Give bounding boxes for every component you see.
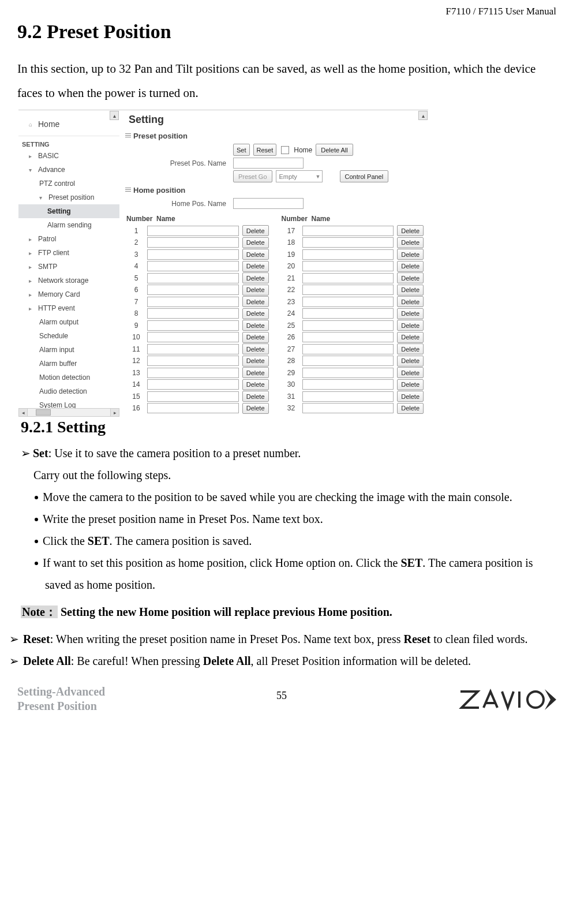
sidebar-item-alarm-buffer[interactable]: Alarm buffer <box>18 357 119 371</box>
preset-name-input[interactable] <box>147 320 239 331</box>
preset-name-input[interactable] <box>302 344 394 354</box>
sidebar-item-preset-position[interactable]: ▾Preset position <box>18 190 119 204</box>
delete-button[interactable]: Delete <box>397 308 424 319</box>
delete-button[interactable]: Delete <box>397 403 424 414</box>
delete-button[interactable]: Delete <box>397 343 424 354</box>
delete-button[interactable]: Delete <box>242 391 269 402</box>
preset-name-input[interactable] <box>147 368 239 378</box>
delete-button[interactable]: Delete <box>397 296 424 307</box>
delete-button[interactable]: Delete <box>242 308 269 319</box>
delete-button[interactable]: Delete <box>242 367 269 378</box>
preset-name-input[interactable] <box>302 308 394 319</box>
preset-name-input[interactable] <box>147 403 239 413</box>
delete-all-button[interactable]: Delete All <box>316 144 353 156</box>
preset-name-input[interactable] <box>147 391 239 402</box>
sidebar-item-alarm-output[interactable]: Alarm output <box>18 315 119 329</box>
delete-button[interactable]: Delete <box>397 391 424 402</box>
preset-name-input[interactable] <box>147 356 239 366</box>
sidebar-item-smtp[interactable]: ▸SMTP <box>18 260 119 274</box>
zavio-logo <box>458 686 556 713</box>
delete-button[interactable]: Delete <box>242 356 269 367</box>
delete-button[interactable]: Delete <box>242 379 269 390</box>
reset-button[interactable]: Reset <box>253 144 277 156</box>
preset-name-input[interactable] <box>302 273 394 283</box>
delete-button[interactable]: Delete <box>397 332 424 343</box>
preset-number: 18 <box>280 238 302 246</box>
delete-button[interactable]: Delete <box>397 320 424 331</box>
delete-button[interactable]: Delete <box>397 225 424 236</box>
delete-button[interactable]: Delete <box>397 285 424 296</box>
preset-name-input[interactable] <box>302 368 394 378</box>
preset-name-input[interactable] <box>233 158 304 169</box>
scrollbar-up-button[interactable]: ▴ <box>110 111 119 120</box>
delete-button[interactable]: Delete <box>242 285 269 296</box>
content-scrollbar-up[interactable]: ▴ <box>418 111 428 120</box>
sidebar-home[interactable]: ⌂Home <box>18 114 119 136</box>
preset-name-input[interactable] <box>302 297 394 307</box>
sidebar-item-basic[interactable]: ▸BASIC <box>18 149 119 163</box>
delete-button[interactable]: Delete <box>242 332 269 343</box>
delete-button[interactable]: Delete <box>242 237 269 248</box>
sidebar-item-alarm-input[interactable]: Alarm input <box>18 343 119 357</box>
delete-button[interactable]: Delete <box>397 237 424 248</box>
delete-button[interactable]: Delete <box>242 225 269 236</box>
home-name-input[interactable] <box>233 198 304 209</box>
preset-name-input[interactable] <box>302 391 394 402</box>
preset-name-input[interactable] <box>302 320 394 331</box>
preset-go-button[interactable]: Preset Go <box>233 170 272 182</box>
delete-button[interactable]: Delete <box>242 249 269 260</box>
sidebar-item-network-storage[interactable]: ▸Network storage <box>18 274 119 287</box>
sidebar-item-alarm-sending[interactable]: Alarm sending <box>18 218 119 232</box>
preset-name-input[interactable] <box>147 273 239 283</box>
preset-name-input[interactable] <box>147 308 239 319</box>
set-button[interactable]: Set <box>233 144 250 156</box>
delete-button[interactable]: Delete <box>397 356 424 367</box>
delete-button[interactable]: Delete <box>242 320 269 331</box>
sidebar-item-memory-card[interactable]: ▸Memory Card <box>18 287 119 301</box>
sidebar-item-setting[interactable]: Setting <box>18 204 119 218</box>
sidebar-item-schedule[interactable]: Schedule <box>18 329 119 343</box>
preset-name-input[interactable] <box>302 332 394 342</box>
preset-name-input[interactable] <box>302 356 394 366</box>
preset-name-input[interactable] <box>147 261 239 271</box>
delete-button[interactable]: Delete <box>242 261 269 272</box>
preset-name-input[interactable] <box>302 261 394 271</box>
preset-name-input[interactable] <box>302 237 394 248</box>
sidebar-item-ftp[interactable]: ▸FTP client <box>18 246 119 260</box>
preset-name-input[interactable] <box>147 379 239 390</box>
scrollbar-right-button[interactable]: ▸ <box>110 409 119 416</box>
delete-button[interactable]: Delete <box>397 379 424 390</box>
delete-button[interactable]: Delete <box>397 272 424 283</box>
control-panel-button[interactable]: Control Panel <box>340 170 389 182</box>
preset-name-input[interactable] <box>147 249 239 260</box>
delete-button[interactable]: Delete <box>242 403 269 414</box>
delete-button[interactable]: Delete <box>397 367 424 378</box>
sidebar-hscrollbar[interactable]: ◂ ▸ <box>18 408 119 417</box>
preset-name-input[interactable] <box>147 344 239 354</box>
preset-name-input[interactable] <box>147 237 239 248</box>
preset-name-input[interactable] <box>302 285 394 295</box>
sidebar-item-motion-detection[interactable]: Motion detection <box>18 371 119 384</box>
sidebar-item-advance[interactable]: ▾Advance <box>18 163 119 177</box>
preset-name-input[interactable] <box>147 332 239 342</box>
preset-name-input[interactable] <box>302 403 394 413</box>
preset-name-input[interactable] <box>302 379 394 390</box>
delete-button[interactable]: Delete <box>242 272 269 283</box>
delete-button[interactable]: Delete <box>397 261 424 272</box>
sidebar-item-audio-detection[interactable]: Audio detection <box>18 384 119 398</box>
preset-name-input[interactable] <box>302 226 394 236</box>
preset-name-input[interactable] <box>147 285 239 295</box>
home-checkbox[interactable] <box>281 146 289 154</box>
sidebar-item-http-event[interactable]: ▸HTTP event <box>18 301 119 315</box>
preset-name-input[interactable] <box>302 249 394 260</box>
sidebar-item-patrol[interactable]: ▸Patrol <box>18 232 119 246</box>
delete-button[interactable]: Delete <box>242 343 269 354</box>
preset-name-input[interactable] <box>147 226 239 236</box>
scrollbar-left-button[interactable]: ◂ <box>19 409 28 416</box>
delete-button[interactable]: Delete <box>397 249 424 260</box>
delete-button[interactable]: Delete <box>242 296 269 307</box>
scrollbar-thumb[interactable] <box>36 409 51 416</box>
sidebar-item-ptz[interactable]: PTZ control <box>18 177 119 190</box>
preset-select[interactable]: Empty▼ <box>276 170 323 182</box>
preset-name-input[interactable] <box>147 297 239 307</box>
